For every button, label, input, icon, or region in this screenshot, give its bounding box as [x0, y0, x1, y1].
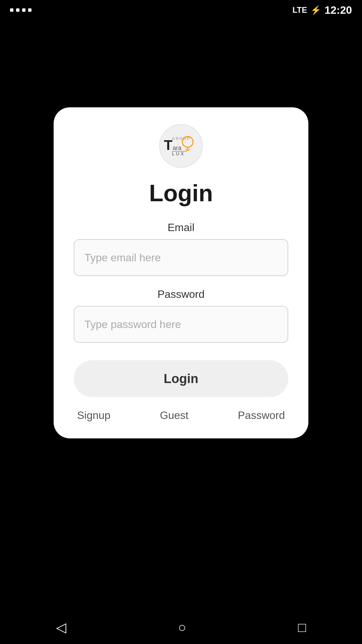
- signup-link[interactable]: Signup: [77, 409, 111, 422]
- status-left-icons: [10, 8, 32, 12]
- logo-svg: T ara LUX GROUP: [163, 132, 199, 159]
- battery-icon: ⚡: [310, 5, 321, 15]
- recents-nav-icon[interactable]: □: [298, 620, 306, 635]
- bottom-nav-bar: ◁ ○ □: [0, 610, 362, 644]
- signal-dot-4: [28, 8, 32, 12]
- guest-link[interactable]: Guest: [160, 409, 188, 422]
- signal-dot-3: [22, 8, 25, 12]
- status-bar: LTE ⚡ 12:20: [0, 0, 362, 20]
- login-card: T ara LUX GROUP Login Email Password Log…: [54, 107, 308, 438]
- signal-dot-1: [10, 8, 13, 12]
- email-input[interactable]: [74, 239, 288, 276]
- svg-text:T: T: [164, 137, 173, 153]
- status-right-area: LTE ⚡ 12:20: [293, 4, 352, 16]
- login-title: Login: [149, 180, 213, 207]
- signal-dot-2: [16, 8, 19, 12]
- svg-text:ara: ara: [173, 145, 182, 151]
- password-link[interactable]: Password: [238, 409, 285, 422]
- password-input[interactable]: [74, 306, 288, 343]
- home-nav-icon[interactable]: ○: [178, 620, 186, 635]
- logo-container: T ara LUX GROUP: [159, 124, 203, 168]
- email-label: Email: [168, 221, 194, 234]
- password-label: Password: [158, 288, 205, 301]
- login-button[interactable]: Login: [74, 360, 288, 397]
- back-nav-icon[interactable]: ◁: [56, 620, 66, 635]
- clock: 12:20: [324, 4, 352, 16]
- lte-icon: LTE: [293, 5, 307, 15]
- svg-text:LUX: LUX: [172, 151, 185, 156]
- svg-text:GROUP: GROUP: [172, 137, 190, 141]
- bottom-links: Signup Guest Password: [74, 409, 288, 422]
- card-wrapper: T ara LUX GROUP Login Email Password Log…: [54, 107, 308, 438]
